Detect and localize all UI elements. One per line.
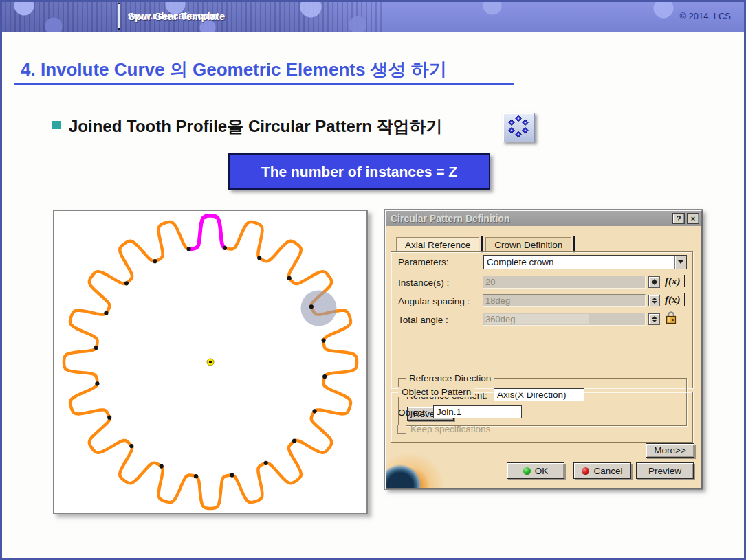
tooth-root-point [287, 276, 292, 280]
tooth-root-point [94, 346, 98, 350]
tooth-root-point [309, 304, 314, 309]
total-angle-value: 360deg [485, 314, 589, 324]
dialog-tabs: Axial Reference Crown Definition [396, 236, 578, 253]
dialog-title: Circular Pattern Definition [391, 213, 672, 224]
parameters-select[interactable]: Complete crown [483, 255, 687, 269]
total-angle-input: 360deg [483, 313, 646, 326]
more-button[interactable]: More>> [646, 443, 694, 458]
circular-pattern-icon[interactable] [503, 113, 535, 142]
tooth-root-point [257, 256, 261, 260]
reference-direction-legend: Reference Direction [406, 373, 494, 383]
tooth-root-point [322, 374, 327, 379]
footer-divider [118, 4, 120, 28]
tooth-root-point [187, 247, 191, 251]
object-label: Object: [398, 407, 428, 418]
dialog-titlebar[interactable]: Circular Pattern Definition ? × [386, 211, 701, 226]
object-value: Join.1 [437, 407, 461, 417]
object-to-pattern-legend: Object to Pattern [398, 387, 474, 397]
object-to-pattern-group: Object to Pattern Object: Join.1 Keep sp… [391, 392, 693, 443]
tooth-root-point [153, 259, 157, 263]
keep-specifications-label: Keep specifications [410, 424, 490, 434]
tooth-root-point [322, 339, 326, 343]
tooth-root-point [264, 461, 268, 465]
lock-icon[interactable] [664, 310, 679, 325]
spinner-icon[interactable] [648, 276, 660, 288]
instances-label: Instance(s) : [398, 278, 449, 288]
ok-button-label: OK [535, 466, 549, 476]
cancel-red-dot-icon [582, 467, 589, 475]
footer-banner: www.edu-catia.com © 2014. LCS [0, 0, 746, 32]
tooth-root-point [124, 281, 129, 285]
angular-spacing-label: Angular spacing : [398, 296, 470, 306]
tooth-root-point [223, 246, 227, 250]
close-button[interactable]: × [687, 213, 699, 224]
tooth-root-point [129, 444, 133, 448]
object-input[interactable]: Join.1 [433, 405, 522, 418]
bullet-text: Joined Tooth Profile을 Circular Pattern 작… [69, 115, 443, 137]
parameters-value: Complete crown [484, 257, 674, 267]
selected-point-halo [301, 291, 337, 326]
title-underline [14, 83, 514, 85]
formula-fx-icon[interactable]: f(x) [665, 275, 685, 287]
tooth-root-point [313, 409, 317, 413]
footer-site: www.edu-catia.com [128, 0, 217, 32]
footer-copyright: © 2014. LCS [679, 0, 731, 32]
parameters-label: Parameters: [398, 257, 449, 267]
cancel-button-label: Cancel [593, 466, 622, 476]
callout-banner: The number of instances = Z [228, 153, 490, 190]
tooth-root-point [194, 474, 198, 478]
spinner-icon[interactable] [648, 313, 660, 325]
tooth-root-point [104, 311, 108, 315]
ok-button[interactable]: OK [507, 462, 564, 479]
preview-button-label: Preview [648, 466, 681, 476]
tooth-root-point [230, 473, 234, 478]
highlighted-tooth [190, 216, 225, 249]
angular-spacing-value: 18deg [485, 295, 510, 306]
tooth-root-point [160, 464, 164, 469]
tab-crown-definition[interactable]: Crown Definition [485, 237, 571, 253]
preview-button[interactable]: Preview [636, 462, 694, 479]
circular-pattern-dialog: Circular Pattern Definition ? × Axial Re… [385, 210, 703, 489]
help-button[interactable]: ? [672, 213, 685, 224]
tooth-root-point [292, 439, 296, 443]
tab-separator [573, 236, 575, 253]
callout-text: The number of instances = Z [261, 164, 457, 180]
angular-spacing-input: 18deg [483, 294, 646, 307]
instances-value: 20 [485, 277, 495, 287]
tooth-root-point [95, 381, 99, 385]
spinner-icon[interactable] [648, 295, 660, 306]
dropdown-arrow-icon[interactable] [674, 256, 686, 269]
keep-specifications-checkbox[interactable] [397, 425, 406, 434]
ok-green-dot-icon [523, 467, 531, 475]
tooth-root-point [107, 416, 111, 420]
tab-separator [481, 236, 483, 253]
page-title: 4. Involute Curve 의 Geometric Elements 생… [21, 58, 447, 82]
background-globe [386, 442, 462, 488]
instances-input: 20 [483, 276, 646, 289]
bullet-square-icon [52, 121, 61, 129]
more-button-label: More>> [654, 445, 686, 456]
circular-pattern-glyph [503, 113, 534, 142]
slide: Spur Gear Template 4. Involute Curve 의 G… [0, 0, 746, 560]
total-angle-label: Total angle : [398, 315, 448, 325]
gear-figure [53, 210, 368, 514]
tab-axial-reference[interactable]: Axial Reference [396, 237, 479, 253]
gear-center-dot [209, 361, 212, 363]
cancel-button[interactable]: Cancel [573, 462, 631, 479]
formula-fx-icon[interactable]: f(x) [665, 293, 685, 306]
gear-drawing [54, 211, 366, 513]
axial-reference-panel: Parameters: Complete crown Instance(s) :… [391, 251, 693, 388]
